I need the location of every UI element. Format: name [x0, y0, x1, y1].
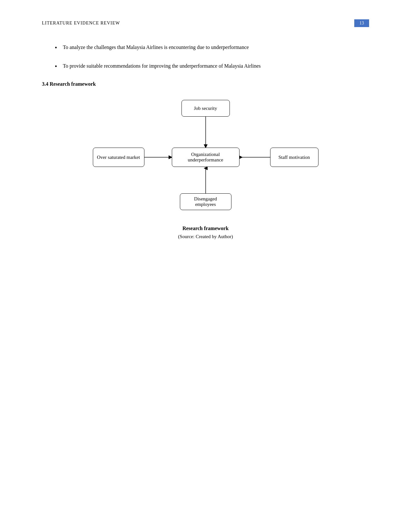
- caption-source: (Source: Created by Author): [178, 234, 233, 239]
- disengaged-label: Disengaged employees: [184, 196, 227, 207]
- caption-title: Research framework: [178, 226, 233, 231]
- bullet-icon: •: [55, 43, 57, 53]
- page-header: LITERATURE EVIDENCE REVIEW 13: [42, 19, 369, 27]
- page-number: 13: [354, 19, 369, 27]
- list-item: • To provide suitable recommendations fo…: [55, 62, 369, 72]
- over-saturated-label: Over saturated market: [97, 155, 140, 160]
- framework-container: Job security Over saturated market Organ…: [42, 100, 369, 239]
- box-org-underperformance: Organizational underperformance: [172, 148, 240, 167]
- page: LITERATURE EVIDENCE REVIEW 13 • To analy…: [0, 0, 411, 532]
- org-under-label: Organizational underperformance: [176, 152, 235, 163]
- bullet-text-1: To analyze the challenges that Malaysia …: [63, 43, 369, 52]
- header-title: LITERATURE EVIDENCE REVIEW: [42, 21, 120, 26]
- staff-motivation-label: Staff motivation: [279, 155, 310, 160]
- bullet-text-2: To provide suitable recommendations for …: [63, 62, 369, 70]
- box-disengaged-employees: Disengaged employees: [180, 193, 231, 210]
- box-staff-motivation: Staff motivation: [270, 148, 318, 167]
- job-security-label: Job security: [194, 106, 217, 111]
- list-item: • To analyze the challenges that Malaysi…: [55, 43, 369, 53]
- framework-diagram: Job security Over saturated market Organ…: [93, 100, 318, 222]
- section-heading: 3.4 Research framework: [42, 81, 369, 87]
- box-job-security: Job security: [181, 100, 230, 117]
- framework-caption: Research framework (Source: Created by A…: [178, 226, 233, 239]
- box-over-saturated: Over saturated market: [93, 148, 144, 167]
- bullet-list: • To analyze the challenges that Malaysi…: [55, 43, 369, 72]
- bullet-icon: •: [55, 61, 57, 72]
